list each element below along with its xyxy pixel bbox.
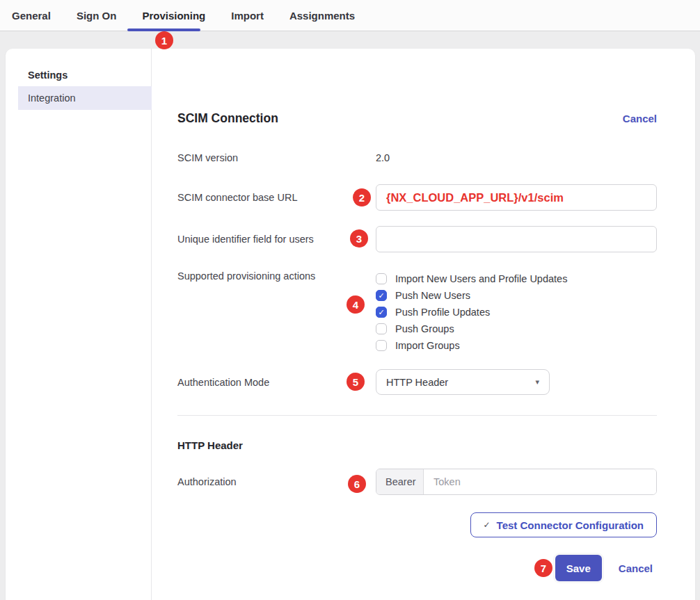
checkbox-push-profile-updates[interactable]: ✓ (376, 307, 387, 318)
checkbox-import-groups[interactable]: ✓ (376, 340, 387, 351)
authorization-input-group: Bearer (376, 469, 657, 495)
form-header: SCIM Connection Cancel (177, 111, 657, 126)
step-badge-7: 7 (534, 559, 552, 577)
provisioning-actions-list: ✓ Import New Users and Profile Updates ✓… (376, 270, 567, 354)
step-badge-3: 3 (350, 229, 368, 248)
checkbox-push-new-users[interactable]: ✓ (376, 290, 387, 301)
test-connector-label: Test Connector Configuration (497, 519, 644, 531)
unique-id-label: Unique identifier field for users (177, 226, 376, 252)
step-badge-4: 4 (347, 295, 365, 314)
token-input[interactable] (424, 469, 656, 494)
checkbox-label: Import New Users and Profile Updates (395, 273, 567, 284)
tab-assignments[interactable]: Assignments (289, 10, 355, 22)
checkbox-label: Push Profile Updates (395, 307, 490, 318)
step-badge-5: 5 (347, 373, 365, 391)
checkbox-row-import-users-profiles[interactable]: ✓ Import New Users and Profile Updates (376, 270, 567, 287)
auth-mode-row: Authentication Mode HTTP Header ▾ (177, 369, 657, 395)
bearer-prefix: Bearer (376, 469, 424, 494)
provisioning-actions-row: Supported provisioning actions ✓ Import … (177, 270, 657, 354)
tab-sign-on[interactable]: Sign On (77, 10, 117, 22)
tab-list: General Sign On Provisioning Import Assi… (0, 0, 700, 31)
sidebar-section-label: Settings (28, 70, 67, 81)
settings-card: Settings Integration SCIM Connection Can… (6, 49, 695, 600)
step-badge-1: 1 (155, 31, 173, 49)
page-title: SCIM Connection (177, 111, 623, 126)
step-badge-6: 6 (348, 475, 366, 493)
checkbox-label: Push New Users (395, 290, 470, 301)
checkmark-icon: ✓ (378, 309, 384, 316)
provisioning-actions-label: Supported provisioning actions (177, 270, 376, 354)
scim-version-row: SCIM version 2.0 (177, 152, 657, 163)
test-connector-button[interactable]: ✓ Test Connector Configuration (470, 512, 657, 537)
test-connector-row: ✓ Test Connector Configuration (177, 512, 657, 537)
auth-mode-selected-value: HTTP Header (386, 377, 535, 388)
check-icon: ✓ (484, 520, 491, 530)
checkbox-import-users-profiles[interactable]: ✓ (376, 273, 387, 284)
tab-import[interactable]: Import (231, 10, 264, 22)
tab-general[interactable]: General (12, 10, 51, 22)
checkmark-icon: ✓ (378, 292, 384, 300)
auth-mode-select[interactable]: HTTP Header ▾ (376, 369, 550, 395)
step-badge-2: 2 (353, 188, 371, 206)
checkbox-push-groups[interactable]: ✓ (376, 323, 387, 334)
checkbox-row-push-profile-updates[interactable]: ✓ Push Profile Updates (376, 304, 567, 321)
authorization-label: Authorization (177, 469, 376, 495)
section-divider (177, 415, 657, 416)
base-url-label: SCIM connector base URL (177, 184, 376, 211)
checkbox-row-push-groups[interactable]: ✓ Push Groups (376, 321, 567, 337)
checkbox-label: Import Groups (395, 340, 460, 351)
authorization-row: Authorization Bearer (177, 469, 657, 495)
sidebar-item-label: Integration (28, 92, 76, 104)
cancel-link-top[interactable]: Cancel (623, 113, 657, 124)
http-header-section: HTTP Header (177, 439, 657, 451)
save-button[interactable]: Save (555, 555, 602, 581)
checkbox-row-import-groups[interactable]: ✓ Import Groups (376, 337, 567, 354)
unique-id-input[interactable] (376, 226, 657, 252)
scim-version-value: 2.0 (376, 152, 390, 163)
checkbox-row-push-new-users[interactable]: ✓ Push New Users (376, 287, 567, 304)
base-url-row: SCIM connector base URL (177, 184, 657, 211)
unique-id-row: Unique identifier field for users (177, 226, 657, 252)
scim-version-label: SCIM version (177, 152, 376, 163)
sidebar-item-integration[interactable]: Integration (18, 86, 152, 110)
app-tabbar: General Sign On Provisioning Import Assi… (0, 0, 700, 31)
sidebar: Settings Integration (6, 49, 152, 600)
base-url-input[interactable] (376, 184, 657, 211)
cancel-link-bottom[interactable]: Cancel (619, 562, 653, 574)
tab-provisioning[interactable]: Provisioning (142, 10, 205, 22)
form-footer: Save Cancel (177, 555, 657, 581)
checkbox-label: Push Groups (395, 323, 454, 334)
http-header-title: HTTP Header (177, 439, 243, 451)
chevron-down-icon: ▾ (535, 378, 539, 387)
